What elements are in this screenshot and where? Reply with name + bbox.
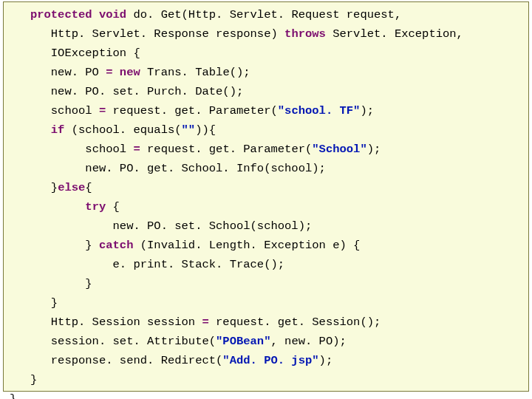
line-1: protected void do. Get(Http. Servlet. Re… <box>10 8 401 21</box>
line-4: new. PO = new Trans. Table(); <box>10 66 250 79</box>
line-18: session. set. Attribute("POBean", new. P… <box>10 335 347 348</box>
line-19: response. send. Redirect("Add. PO. jsp")… <box>10 354 332 367</box>
line-14: e. print. Stack. Trace(); <box>10 258 284 271</box>
line-11: try { <box>10 200 120 214</box>
line-3: IOException { <box>10 47 140 60</box>
line-8: school = request. get. Parameter("School… <box>10 143 381 156</box>
line-12: new. PO. set. School(school); <box>10 219 312 233</box>
line-17: Http. Session session = request. get. Se… <box>10 316 381 329</box>
line-21: } <box>10 392 16 399</box>
line-7: if (school. equals("")){ <box>10 123 216 137</box>
line-16: } <box>10 296 58 310</box>
line-5: new. PO. set. Purch. Date(); <box>10 85 243 98</box>
line-13: } catch (Invalid. Length. Exception e) { <box>10 239 360 252</box>
line-20: } <box>10 373 37 386</box>
line-9: new. PO. get. School. Info(school); <box>10 162 326 175</box>
line-6: school = request. get. Parameter("school… <box>10 104 374 117</box>
line-10: }else{ <box>10 181 92 194</box>
code-block: protected void do. Get(Http. Servlet. Re… <box>3 1 529 392</box>
line-15: } <box>10 277 92 290</box>
line-2: Http. Servlet. Response response) throws… <box>10 27 463 41</box>
